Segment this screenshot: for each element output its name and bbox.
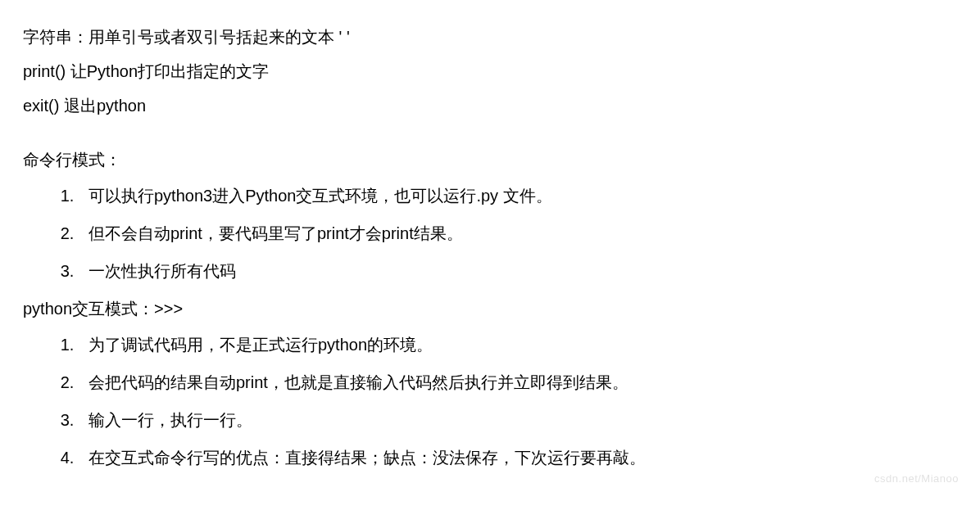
intro-line-2: print() 让Python打印出指定的文字 [23,56,957,87]
list-item: 一次性执行所有代码 [79,255,957,287]
list-item: 可以执行python3进入Python交互式环境，也可以运行.py 文件。 [79,180,957,211]
section1-heading: 命令行模式： [23,144,957,175]
list-item: 会把代码的结果自动print，也就是直接输入代码然后执行并立即得到结果。 [79,367,957,398]
section1-list: 可以执行python3进入Python交互式环境，也可以运行.py 文件。 但不… [23,180,957,287]
section2-list: 为了调试代码用，不是正式运行python的环境。 会把代码的结果自动print，… [23,329,957,473]
list-item: 但不会自动print，要代码里写了print才会print结果。 [79,218,957,249]
section2-heading: python交互模式：>>> [23,293,957,324]
list-item: 在交互式命令行写的优点：直接得结果；缺点：没法保存，下次运行要再敲。 [79,442,957,473]
intro-line-3: exit() 退出python [23,90,957,121]
intro-line-1: 字符串：用单引号或者双引号括起来的文本 ' ' [23,21,957,52]
list-item: 输入一行，执行一行。 [79,404,957,436]
list-item: 为了调试代码用，不是正式运行python的环境。 [79,329,957,360]
